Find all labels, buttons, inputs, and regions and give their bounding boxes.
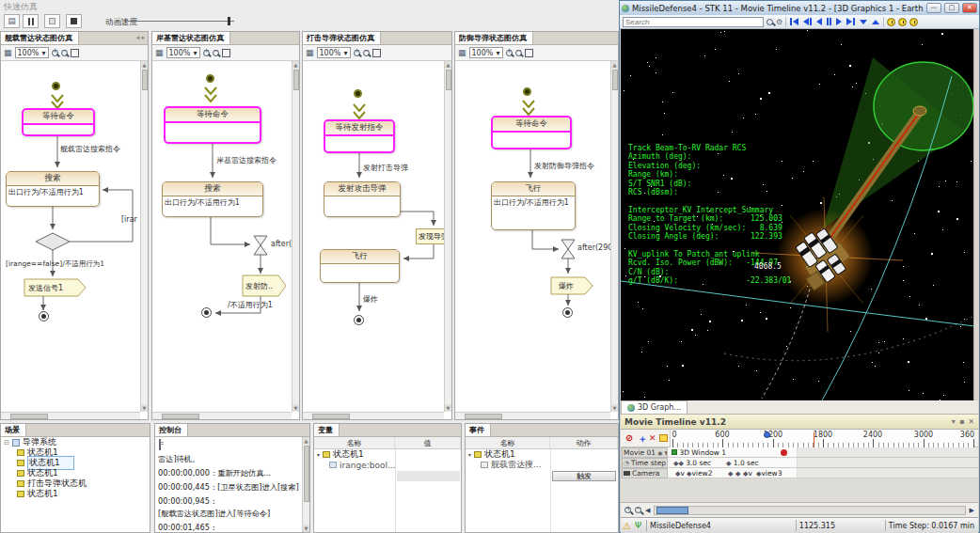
scroll-left-arrow[interactable]: ◀ bbox=[645, 506, 650, 515]
timeline-row-camera[interactable]: Camera bbox=[622, 468, 668, 478]
timeline-pin-icon[interactable]: ▪ bbox=[956, 417, 964, 426]
expand-icon[interactable]: ▾ bbox=[468, 451, 471, 458]
camera-marker[interactable]: ◆ bbox=[728, 469, 733, 478]
tab-variables[interactable]: 变量 bbox=[314, 424, 340, 436]
time-options-icon[interactable] bbox=[898, 18, 907, 26]
minimize-button[interactable]: — bbox=[926, 3, 941, 13]
timeline-row-timestep[interactable]: ◔ Time step bbox=[622, 458, 668, 468]
tree-item[interactable]: 打击导弹状态机 bbox=[1, 478, 150, 489]
zoom-in-icon[interactable]: + bbox=[203, 50, 210, 56]
increase-step-button[interactable] bbox=[871, 20, 880, 24]
search-input[interactable] bbox=[623, 17, 764, 27]
state-flight[interactable]: 飞行 出口行为/不适用行为1 bbox=[491, 181, 576, 230]
initial-node[interactable] bbox=[52, 82, 60, 90]
record-off-icon[interactable]: ⊘ bbox=[625, 432, 633, 443]
zoom-out-icon[interactable]: − bbox=[363, 50, 370, 56]
eye-icon[interactable]: ◉ bbox=[657, 449, 662, 456]
tab-events[interactable]: 事件 bbox=[466, 424, 491, 436]
variable-value-cell[interactable] bbox=[397, 471, 460, 481]
search-icon[interactable] bbox=[767, 19, 773, 25]
v-scrollbar[interactable]: ▲▼ bbox=[292, 61, 299, 412]
step-forward-button[interactable] bbox=[846, 18, 856, 25]
timeline-close-icon[interactable]: ✕ bbox=[964, 417, 974, 426]
tab-nav-arrows[interactable]: ◂ ▸ bbox=[136, 32, 148, 44]
zoom-in-icon[interactable]: + bbox=[354, 50, 360, 56]
realtime-clock-icon[interactable] bbox=[887, 18, 895, 26]
v-scrollbar[interactable]: ▲▼ bbox=[140, 61, 148, 412]
col-name[interactable]: 名称 bbox=[314, 437, 395, 448]
search-options-icon[interactable]: ⚙ bbox=[776, 18, 782, 26]
col-action[interactable]: 动作 bbox=[550, 437, 618, 448]
reset-time-icon[interactable] bbox=[909, 18, 918, 26]
camera-marker[interactable]: ◆view3 bbox=[756, 469, 782, 478]
maximize-button[interactable]: ▢ bbox=[944, 3, 959, 13]
trigger-button[interactable]: 触发 bbox=[552, 471, 616, 481]
step-back-button[interactable] bbox=[802, 18, 813, 25]
scrollbar-thumb[interactable] bbox=[656, 507, 688, 514]
v-scrollbar[interactable]: ▲▼ bbox=[302, 437, 309, 532]
state-wait-launch[interactable]: 等待发射指令 bbox=[324, 119, 395, 153]
expand-icon[interactable]: ▾ bbox=[317, 451, 320, 458]
state-wait-command[interactable]: 等待命令 bbox=[491, 116, 572, 149]
decrease-step-button[interactable] bbox=[859, 20, 868, 24]
close-button[interactable]: ✕ bbox=[962, 3, 977, 13]
run-button[interactable]: ▤ bbox=[4, 14, 20, 28]
timeline-scrollbar[interactable] bbox=[654, 506, 965, 515]
v-scrollbar[interactable]: ▲▼ bbox=[610, 61, 618, 412]
h-scrollbar[interactable] bbox=[455, 412, 610, 419]
tab-shore-radar[interactable]: 岸基雷达状态图仿真 bbox=[152, 32, 230, 44]
variable-row[interactable]: irange:bool... bbox=[314, 460, 461, 470]
final-node[interactable] bbox=[354, 315, 364, 325]
scroll-right-arrow[interactable]: ▶ bbox=[970, 506, 974, 515]
segment-end-marker[interactable] bbox=[781, 449, 787, 456]
stop-button[interactable] bbox=[66, 14, 82, 28]
camera-marker[interactable]: ◆view2 bbox=[687, 469, 712, 478]
zoom-select[interactable]: 100%▾ bbox=[15, 47, 49, 58]
tree-item[interactable]: 状态机1 bbox=[1, 489, 150, 499]
v-scrollbar[interactable]: ▲▼ bbox=[444, 61, 451, 412]
tree-item-selected[interactable]: 状态机1 bbox=[1, 458, 150, 468]
zoom-in-icon[interactable]: + bbox=[506, 50, 513, 56]
col-name[interactable]: 名称 bbox=[466, 437, 550, 448]
camera-marker[interactable]: ◆v bbox=[743, 469, 752, 478]
decision-diamond[interactable] bbox=[36, 233, 70, 250]
h-scrollbar[interactable] bbox=[152, 412, 292, 419]
segment-3d-window[interactable]: 3D Window 1 bbox=[672, 448, 726, 457]
timeline-zoom-in-icon[interactable]: + bbox=[624, 507, 631, 513]
tab-strike-missile[interactable]: 打击导弹状态图仿真 bbox=[303, 32, 381, 44]
state-launch-missile[interactable]: 发射攻击导弹 bbox=[324, 181, 401, 217]
zoom-out-icon[interactable]: − bbox=[515, 50, 522, 56]
final-node[interactable] bbox=[39, 311, 49, 321]
fit-view-icon[interactable] bbox=[372, 49, 381, 57]
zoom-out-icon[interactable]: − bbox=[213, 50, 219, 56]
state-search[interactable]: 搜索 出口行为/不适用行为1 bbox=[162, 181, 263, 217]
timeline-zoom-out-icon[interactable]: − bbox=[635, 507, 641, 513]
time-event-shape[interactable] bbox=[254, 236, 267, 255]
stk-titlebar[interactable]: MissileDefense4 - STK 11 - Movie Timelin… bbox=[620, 1, 979, 15]
tab-console[interactable]: 控制台 bbox=[155, 424, 188, 436]
tree-root[interactable]: ⊟ 导弹系统 bbox=[1, 437, 150, 447]
reset-button[interactable] bbox=[789, 18, 799, 25]
pause-button[interactable] bbox=[826, 18, 832, 25]
timeline-ruler[interactable]: 0 600 1200 1800 2400 3000 3600 bbox=[670, 430, 974, 447]
step-button[interactable] bbox=[44, 14, 60, 28]
initial-node[interactable] bbox=[523, 87, 531, 96]
state-wait-command[interactable]: 等待命令 bbox=[22, 108, 95, 136]
zoom-select[interactable]: 100%▾ bbox=[317, 47, 351, 58]
initial-node[interactable] bbox=[206, 74, 214, 83]
zoom-in-icon[interactable]: + bbox=[52, 50, 58, 56]
copy-icon[interactable] bbox=[159, 439, 161, 450]
tree-item[interactable]: 状态机1 bbox=[1, 447, 150, 458]
play-backward-button[interactable] bbox=[815, 18, 823, 25]
events-root-row[interactable]: ▾ 状态机1 bbox=[466, 449, 618, 460]
zoom-select[interactable]: 100%▾ bbox=[469, 47, 503, 58]
tab-defense-missile[interactable]: 防御导弹状态图仿真 bbox=[455, 32, 533, 44]
add-segment-icon[interactable]: ＋ bbox=[638, 432, 647, 446]
h-scrollbar[interactable] bbox=[303, 412, 444, 419]
event-row[interactable]: 舰载雷达搜... bbox=[466, 460, 618, 470]
new-timeline-icon[interactable] bbox=[659, 434, 668, 442]
tab-ship-radar[interactable]: 舰载雷达状态图仿真 bbox=[1, 32, 79, 44]
col-value[interactable]: 值 bbox=[395, 437, 461, 448]
delete-segment-icon[interactable]: ✕ bbox=[649, 433, 656, 443]
action-box[interactable]: 发现导弹 bbox=[416, 228, 444, 244]
